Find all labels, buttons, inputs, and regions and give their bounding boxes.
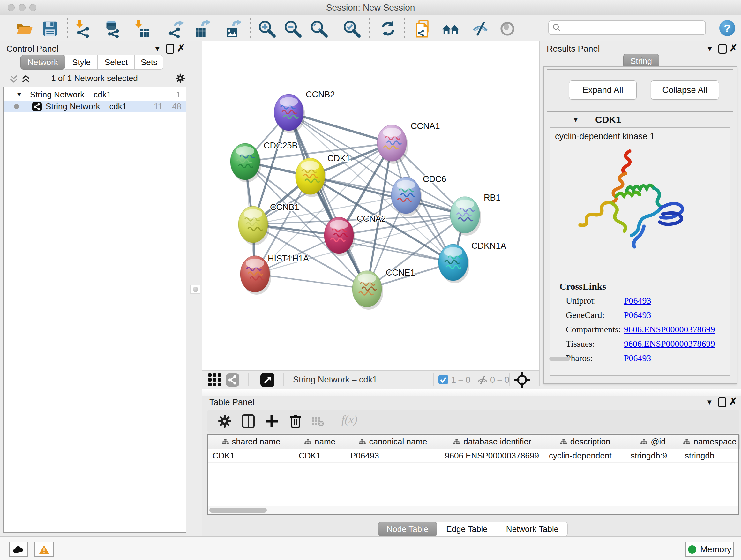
hide-eye-icon[interactable] [471, 20, 489, 38]
table-cell[interactable]: cyclin-dependent ... [544, 449, 626, 462]
table-cell[interactable]: 9606.ENSP00000378699 [441, 449, 544, 462]
tab-network[interactable]: Network [20, 55, 65, 70]
search-input[interactable] [562, 23, 697, 33]
toolbar-separator [158, 18, 159, 38]
open-in-web-icon[interactable] [414, 20, 432, 38]
section-collapse-icon[interactable]: ▼ [572, 116, 579, 124]
table-gear-icon[interactable] [217, 414, 232, 429]
column-header--id[interactable]: @id [626, 435, 680, 449]
import-network-file-icon[interactable] [74, 20, 91, 38]
refresh-icon[interactable] [379, 20, 397, 38]
network-row-label: String Network – cdk1 [46, 102, 127, 111]
warning-button[interactable] [35, 542, 54, 557]
memory-button[interactable]: Memory [685, 542, 734, 557]
crosslink-link[interactable]: P06493 [624, 310, 651, 320]
open-session-icon[interactable] [15, 20, 33, 38]
crosslinks-section: CrossLinks Uniprot:P06493GeneCard:P06493… [559, 281, 725, 368]
tab-edge-table[interactable]: Edge Table [437, 522, 497, 537]
column-header-name[interactable]: name [294, 435, 346, 449]
gene-section-header[interactable]: ▼ CDK1 [547, 112, 733, 127]
show-columns-icon[interactable] [241, 414, 256, 429]
node-label-ccnb2: CCNB2 [306, 90, 335, 99]
toolbar-separator [369, 18, 370, 38]
add-column-icon[interactable] [264, 414, 280, 429]
delete-table-icon[interactable] [312, 416, 324, 427]
table-panel-menu-icon[interactable]: ▼ [706, 398, 713, 407]
table-cell[interactable]: stringdb [680, 449, 740, 462]
table-cell[interactable]: CDK1 [294, 449, 346, 462]
selected-checkbox-icon[interactable] [439, 375, 448, 384]
column-header-shared-name[interactable]: shared name [208, 435, 294, 449]
open-view-icon[interactable] [260, 373, 274, 387]
grid-view-icon[interactable] [208, 373, 221, 387]
delete-column-icon[interactable] [288, 414, 303, 429]
home-icon[interactable] [442, 20, 460, 38]
control-panel-float-icon[interactable] [166, 44, 174, 54]
zoom-selected-icon[interactable] [343, 20, 360, 38]
left-splitter-handle[interactable] [190, 285, 200, 294]
show-eye-icon[interactable] [498, 20, 516, 38]
window-title: Session: New Session [0, 3, 741, 13]
node-label-ccna1: CCNA1 [411, 121, 440, 131]
string-results-container: Expand All Collapse All ▼ CDK1 cyclin-de… [543, 66, 737, 384]
control-panel-title: Control Panel [6, 44, 59, 54]
table-cell[interactable]: P06493 [346, 449, 441, 462]
help-icon[interactable]: ? [719, 20, 735, 36]
export-table-icon[interactable] [193, 20, 211, 38]
search-field[interactable] [548, 20, 706, 35]
column-header-label: database identifier [463, 437, 531, 447]
collapse-all-button[interactable]: Collapse All [651, 80, 719, 100]
network-collection-row[interactable]: ▼ String Network – cdk1 1 [4, 89, 186, 101]
column-type-icon [305, 439, 312, 444]
column-header-label: @id [651, 437, 666, 447]
string-network-graph[interactable]: CCNB2CCNA1CDC25BCDK1CDC6RB1CCNB1CCNA2CDK… [202, 41, 539, 370]
zoom-out-icon[interactable] [284, 20, 301, 38]
column-header-canonical-name[interactable]: canonical name [346, 435, 441, 449]
table-panel: Table Panel ▼ ✗ f(x) shared namenamecano… [202, 388, 741, 537]
tree-expand-icon[interactable]: ▼ [16, 91, 22, 98]
zoom-in-icon[interactable] [258, 20, 276, 38]
table-row[interactable]: CDK1CDK1P064939606.ENSP00000378699cyclin… [208, 449, 738, 462]
network-options-gear-icon[interactable] [175, 73, 186, 84]
crosslink-link[interactable]: 9606.ENSP00000378699 [624, 339, 715, 349]
tab-network-table[interactable]: Network Table [497, 522, 568, 537]
zoom-fit-icon[interactable] [310, 20, 328, 38]
import-table-file-icon[interactable] [133, 20, 151, 38]
table-cell[interactable]: stringdb:9... [626, 449, 680, 462]
save-session-icon[interactable] [41, 20, 59, 38]
column-header-namespace[interactable]: namespace [680, 435, 740, 449]
table-panel-close-icon[interactable]: ✗ [729, 397, 737, 406]
results-panel-close-icon[interactable]: ✗ [730, 44, 738, 52]
expand-all-button[interactable]: Expand All [569, 80, 636, 100]
column-header-description[interactable]: description [544, 435, 626, 449]
control-panel-close-icon[interactable]: ✗ [177, 44, 185, 52]
control-panel-menu-icon[interactable]: ▼ [154, 45, 161, 53]
results-panel-float-icon[interactable] [718, 44, 727, 54]
cloud-button[interactable] [9, 542, 28, 557]
tab-sets[interactable]: Sets [135, 55, 163, 70]
import-network-database-icon[interactable] [103, 20, 121, 38]
column-header-database-identifier[interactable]: database identifier [441, 435, 544, 449]
table-hscrollbar-thumb[interactable] [209, 508, 267, 513]
network-badge-icon[interactable] [226, 373, 239, 387]
network-list-header: 1 of 1 Network selected [0, 71, 189, 86]
tab-select[interactable]: Select [98, 55, 135, 70]
search-icon [552, 23, 562, 33]
table-panel-float-icon[interactable] [718, 397, 726, 407]
tab-node-table[interactable]: Node Table [378, 522, 437, 537]
fit-crosshair-icon[interactable] [515, 372, 530, 388]
table-cell[interactable]: CDK1 [208, 449, 294, 462]
title-bar: Session: New Session [0, 0, 741, 15]
results-panel-menu-icon[interactable]: ▼ [706, 45, 713, 53]
crosslink-link[interactable]: P06493 [624, 296, 651, 306]
crosslink-link[interactable]: 9606.ENSP00000378699 [624, 324, 715, 334]
toolbar-separator [509, 373, 510, 386]
export-image-icon[interactable] [224, 20, 242, 38]
crosslink-link[interactable]: P06493 [624, 353, 651, 363]
export-network-icon[interactable] [167, 20, 185, 38]
column-header-label: namespace [693, 437, 736, 447]
results-hscrollbar[interactable] [549, 357, 570, 361]
network-row-selected[interactable]: String Network – cdk1 11 48 [4, 101, 186, 112]
tab-style[interactable]: Style [65, 55, 98, 70]
network-canvas[interactable]: CCNB2CCNA1CDC25BCDK1CDC6RB1CCNB1CCNA2CDK… [202, 41, 539, 370]
